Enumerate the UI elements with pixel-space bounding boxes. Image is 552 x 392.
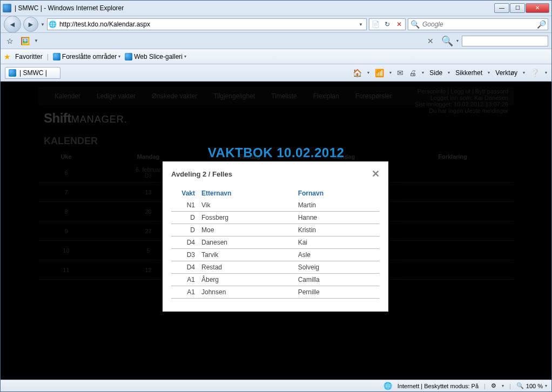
toolbar-search-icon[interactable]: 🔍 xyxy=(441,35,453,47)
app-nav-item[interactable]: Ledige vakter xyxy=(97,92,136,100)
safety-menu[interactable]: Sikkerhet xyxy=(455,69,482,77)
col-fornavn: Fornavn xyxy=(295,187,380,199)
table-row: D3TarvikAsle xyxy=(171,249,380,261)
nav-toolbar: ◄ ► ▼ 🌐 ▼ 📄 ↻ ✕ 🔍 🔎 xyxy=(1,16,551,33)
col-etternavn: Etternavn xyxy=(198,187,295,199)
command-bar-right: 🏠▾ 📶▾ ✉ 🖨▾ Side▾ Sikkerhet▾ Verktøy▾ ❔▾ xyxy=(353,69,547,77)
window-controls: — ☐ ✕ xyxy=(494,3,549,13)
page-viewport: Personinfo | Logg ut | Bytt passord Logg… xyxy=(1,82,551,380)
modal-heading: Avdeling 2 / Felles xyxy=(171,170,232,178)
page-tab[interactable]: | SMWC | xyxy=(5,67,60,79)
page-menu[interactable]: Side xyxy=(429,69,442,77)
toolbar-dropdown-icon[interactable]: ▼ xyxy=(34,38,38,43)
user-info: Personinfo | Logg ut | Bytt passord Logg… xyxy=(415,88,508,114)
ie-icon xyxy=(9,69,16,77)
col-vakt: Vakt xyxy=(171,187,198,199)
suggested-sites-item[interactable]: Foreslåtte områder ▾ xyxy=(53,53,120,60)
app-nav-item[interactable]: Kalender xyxy=(55,92,80,100)
tab-title: | SMWC | xyxy=(19,69,47,77)
search-box[interactable]: 🔍 🔎 xyxy=(408,18,548,30)
table-row: A1ÅbergCamilla xyxy=(171,274,380,286)
history-dropdown-icon[interactable]: ▼ xyxy=(41,22,45,27)
app-nav-item[interactable]: Ønskede vakter xyxy=(152,92,197,100)
zoom-control[interactable]: 🔍 100 % ▾ xyxy=(516,382,547,389)
status-icon[interactable]: ⚙ xyxy=(491,382,496,389)
shift-table: Vakt Etternavn Fornavn N1VikMartinDFossb… xyxy=(171,187,380,299)
extra-toolbar: ☆ 🖼️ ▼ ✕ 🔍 ▾ xyxy=(1,33,551,49)
globe-icon: 🌐 xyxy=(383,382,392,390)
command-bar: | SMWC | 🏠▾ 📶▾ ✉ 🖨▾ Side▾ Sikkerhet▾ Ver… xyxy=(1,64,551,82)
webslice-item[interactable]: Web Slice-galleri ▾ xyxy=(125,53,186,60)
ie-icon xyxy=(125,53,132,60)
chevron-down-icon: ▾ xyxy=(118,54,120,59)
app-nav-item[interactable]: Timeliste xyxy=(271,92,297,100)
table-row: A1JohnsenPernille xyxy=(171,286,380,299)
cal-header: Uke xyxy=(38,150,94,163)
tools-menu[interactable]: Verktøy xyxy=(495,69,517,77)
forward-button[interactable]: ► xyxy=(23,17,38,32)
toolbar-icon[interactable]: 🖼️ xyxy=(19,35,31,47)
toolbar-search-field[interactable] xyxy=(462,36,548,46)
vaktbok-modal: Avdeling 2 / Felles ✕ Vakt Etternavn For… xyxy=(163,161,388,312)
search-input[interactable] xyxy=(421,19,535,29)
home-icon[interactable]: 🏠 xyxy=(353,69,362,77)
search-provider-icon[interactable]: 🔍 xyxy=(408,20,421,29)
back-button[interactable]: ◄ xyxy=(4,16,21,33)
page-icon: 🌐 xyxy=(48,21,58,28)
table-row: DFossbergHanne xyxy=(171,212,380,224)
chevron-down-icon: ▾ xyxy=(184,54,186,59)
favorites-label[interactable]: Favoritter xyxy=(15,53,43,60)
ie-icon xyxy=(53,53,60,60)
app-nav-item[interactable]: Flexiplan xyxy=(313,92,339,100)
table-row: DMoeKristin xyxy=(171,224,380,236)
table-row: D4RestadSolveig xyxy=(171,261,380,274)
vaktbok-title: VAKTBOK 10.02.2012 xyxy=(208,145,345,160)
app-nav-item[interactable]: Forespørsler xyxy=(355,92,392,100)
protected-mode-label: Internett | Beskyttet modus: På xyxy=(398,383,479,389)
modal-header: Avdeling 2 / Felles ✕ xyxy=(171,168,380,180)
cal-header: Forklaring xyxy=(392,150,514,163)
table-row: N1VikMartin xyxy=(171,199,380,212)
browser-window: | SMWC | - Windows Internet Explorer — ☐… xyxy=(0,0,552,392)
titlebar: | SMWC | - Windows Internet Explorer — ☐… xyxy=(1,1,551,16)
status-bar: 🌐 Internett | Beskyttet modus: På | ⚙▾ |… xyxy=(1,380,551,391)
window-title: | SMWC | - Windows Internet Explorer xyxy=(15,4,494,12)
favorites-bar: ★ Favoritter | Foreslåtte områder ▾ Web … xyxy=(1,49,551,64)
feeds-icon[interactable]: 📶 xyxy=(375,69,384,77)
compat-button[interactable]: 📄 xyxy=(369,21,381,28)
mail-icon[interactable]: ✉ xyxy=(397,69,403,77)
close-window-button[interactable]: ✕ xyxy=(526,3,549,13)
toolbar-close-button[interactable]: ✕ xyxy=(423,37,438,45)
refresh-stop-group: 📄 ↻ ✕ xyxy=(369,18,406,30)
maximize-button[interactable]: ☐ xyxy=(510,3,525,13)
help-icon[interactable]: ❔ xyxy=(530,69,540,77)
url-input[interactable] xyxy=(58,19,355,29)
url-dropdown-icon[interactable]: ▼ xyxy=(355,22,366,27)
search-go-icon[interactable]: 🔎 xyxy=(535,20,548,29)
table-row: D4DanesenKai xyxy=(171,236,380,249)
ie-favicon-icon xyxy=(3,4,11,12)
close-modal-button[interactable]: ✕ xyxy=(372,168,380,180)
favorites-star-icon[interactable]: ★ xyxy=(4,52,11,61)
address-bar[interactable]: 🌐 ▼ xyxy=(47,18,367,30)
favorites-star-icon[interactable]: ☆ xyxy=(4,35,16,47)
refresh-button[interactable]: ↻ xyxy=(381,21,393,28)
print-icon[interactable]: 🖨 xyxy=(409,69,416,77)
minimize-button[interactable]: — xyxy=(494,3,509,13)
stop-button[interactable]: ✕ xyxy=(393,21,405,28)
app-nav-item[interactable]: Tilgjengelighet xyxy=(213,92,255,100)
toolbar-search-dropdown-icon[interactable]: ▾ xyxy=(456,38,459,43)
